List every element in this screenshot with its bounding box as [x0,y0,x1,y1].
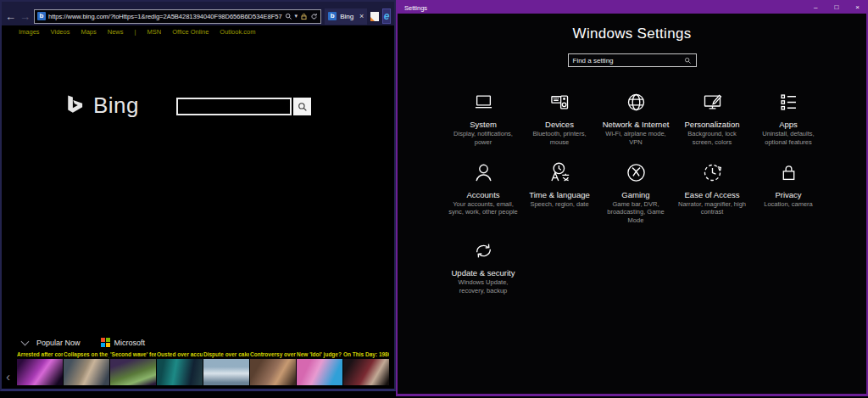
apps-icon [777,91,800,114]
tile-label: Gaming [598,190,674,199]
settings-tile-network[interactable]: Network & Internet Wi-Fi, airplane mode,… [598,91,674,147]
tile-desc: Your accounts, email, sync, work, other … [445,200,521,217]
news-thumbnail[interactable]: Controversy over photo [250,350,296,385]
tile-desc: Narrator, magnifier, high contrast [674,200,750,217]
menu-item-office-online[interactable]: Office Online [172,28,209,36]
tile-label: Apps [750,120,826,129]
tile-desc: Location, camera [750,200,826,209]
search-icon[interactable] [285,13,292,20]
menu-item-msn[interactable]: MSN [147,28,161,36]
carousel-left-arrow[interactable]: ‹ [6,369,10,384]
maximize-button[interactable]: □ [834,4,838,11]
bing-logo-text: Bing [93,92,139,119]
settings-tile-ease-of-access[interactable]: Ease of Access Narrator, magnifier, high… [674,161,750,225]
thumbnail-caption: Dispute over cake [203,350,249,359]
bing-search [176,98,311,115]
network-internet-icon [625,91,648,114]
find-a-setting-input[interactable]: Find a setting [568,53,697,67]
settings-titlebar[interactable]: Settings – □ × [398,2,866,14]
menu-item-videos[interactable]: Videos [51,28,70,36]
microsoft-label[interactable]: Microsoft [114,339,146,347]
tile-label: Time & language [521,190,598,199]
collapse-chevron-icon[interactable] [21,337,30,345]
settings-tile-privacy[interactable]: Privacy Location, camera [750,161,826,225]
tile-desc: Speech, region, date [521,200,598,209]
settings-titlebar-label: Settings [404,4,427,12]
menu-item-maps[interactable]: Maps [81,28,96,36]
settings-window: Settings – □ × Windows Settings Find a s… [396,0,868,396]
tile-desc: Bluetooth, printers, mouse [521,130,598,147]
personalization-icon [701,91,724,114]
tab-favicon: b [328,12,337,20]
news-thumbnail[interactable]: 'Second wave' feared [110,350,156,385]
news-thumbnail[interactable]: New 'Idol' judge? [297,350,342,385]
thumbnail-image [343,359,389,385]
chevron-down-icon[interactable]: ▾ [295,13,298,20]
settings-tile-gaming[interactable]: Gaming Game bar, DVR, broadcasting, Game… [598,161,674,225]
settings-tile-personalization[interactable]: Personalization Background, lock screen,… [674,91,750,147]
menu-item-news[interactable]: News [108,28,124,36]
thumbnail-image [64,359,109,385]
settings-tile-devices[interactable]: Devices Bluetooth, printers, mouse [521,91,598,147]
bing-search-button[interactable] [293,98,311,115]
popular-now-row: Popular Now Microsoft [22,338,145,347]
bing-page: Bing Popular Now Microsoft ‹ Arrested af… [2,38,394,389]
tile-desc: Background, lock screen, colors [674,130,750,147]
bing-b-icon [63,93,88,119]
minimize-button[interactable]: – [814,4,817,11]
close-button[interactable]: × [855,4,860,11]
search-placeholder: Find a setting [573,57,684,64]
desktop: ← → b https://www.bing.com/?toHttps=1&re… [0,0,868,398]
tile-label: Devices [521,120,598,129]
news-thumbnail[interactable]: Arrested after concert [17,350,63,385]
back-button[interactable]: ← [5,11,16,22]
settings-tile-update-security[interactable]: Update & security Windows Update, recove… [445,239,521,295]
url-text[interactable]: https://www.bing.com/?toHttps=1&redig=2A… [48,13,282,20]
settings-tiles-grid: System Display, notifications, power Dev… [445,91,828,309]
thumbnail-caption: Collapses on the job [64,350,109,359]
tile-label: System [445,120,521,129]
address-bar[interactable]: b https://www.bing.com/?toHttps=1&redig=… [34,9,321,24]
news-thumbnail[interactable]: Collapses on the job [64,350,109,385]
settings-tile-time-language[interactable]: Time & language Speech, region, date [521,161,598,225]
popular-now-label: Popular Now [36,339,81,347]
menu-item-images[interactable]: Images [19,28,40,36]
browser-toolbar: ← → b https://www.bing.com/?toHttps=1&re… [2,2,394,25]
thumbnail-image [110,359,156,385]
ie-icon[interactable]: e [382,8,391,24]
address-bar-icons: ▾ [285,8,319,24]
thumbnail-image [297,359,342,385]
update-security-icon [472,239,495,262]
menu-separator: | [135,28,136,36]
time-language-icon [548,161,571,184]
browser-tab[interactable]: b Bing × [325,8,367,25]
settings-tile-apps[interactable]: Apps Uninstall, defaults, optional featu… [750,91,826,147]
thumbnail-image [250,359,296,385]
accounts-icon [472,161,495,184]
forward-button[interactable]: → [19,11,31,22]
settings-tile-system[interactable]: System Display, notifications, power [445,91,521,147]
tile-label: Network & Internet [598,120,674,129]
browser-window: ← → b https://www.bing.com/?toHttps=1&re… [0,0,396,391]
tab-title: Bing [340,13,356,20]
thumbnail-caption: On This Day: 1986 [343,350,389,359]
thumbnail-caption: Ousted over accusation [157,350,203,359]
thumbnail-caption: New 'Idol' judge? [297,350,342,359]
page-glyph [370,12,379,21]
bing-search-input[interactable] [176,98,292,115]
refresh-icon[interactable] [310,13,318,20]
menu-item-outlook[interactable]: Outlook.com [220,28,255,36]
thumbnail-caption: 'Second wave' feared [110,350,156,359]
settings-tile-accounts[interactable]: Accounts Your accounts, email, sync, wor… [445,161,521,225]
tile-desc: Windows Update, recovery, backup [445,278,521,295]
new-tab-page-icon[interactable] [370,9,379,23]
tile-label: Accounts [445,190,521,199]
news-thumbnail[interactable]: Dispute over cake [203,350,249,385]
privacy-lock-icon [777,161,800,184]
news-thumbnail[interactable]: On This Day: 1986 [343,350,389,385]
gaming-xbox-icon [625,161,648,184]
tile-label: Ease of Access [674,190,750,199]
tab-close-icon[interactable]: × [359,12,364,20]
system-icon [472,91,495,114]
news-thumbnail[interactable]: Ousted over accusation [157,350,203,385]
